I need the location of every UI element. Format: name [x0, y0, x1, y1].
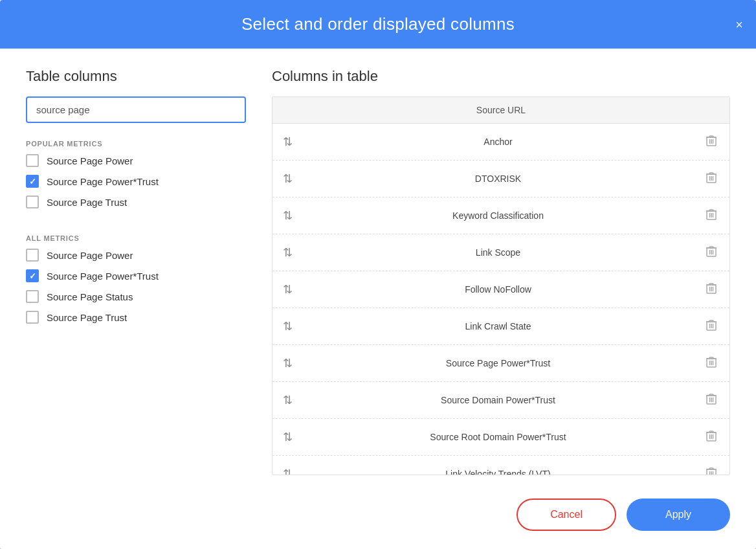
checkbox-pop-source-page-power-box[interactable]	[26, 154, 39, 167]
table-row[interactable]: ⇅ Source Domain Power*Trust	[272, 382, 729, 419]
checkbox-all-source-page-power-trust-label: Source Page Power*Trust	[47, 271, 159, 282]
table-row[interactable]: ⇅ Source Root Domain Power*Trust	[272, 419, 729, 456]
modal-title: Select and order displayed columns	[241, 14, 515, 34]
drag-handle-anchor[interactable]: ⇅	[283, 135, 293, 149]
delete-button-source-root-domain-power-trust[interactable]	[704, 427, 719, 447]
row-label-source-page-power-trust: Source Page Power*Trust	[303, 358, 693, 368]
table-header: Source URL	[272, 97, 729, 124]
modal-header: Select and order displayed columns ×	[0, 0, 756, 49]
modal: Select and order displayed columns × Tab…	[0, 0, 756, 549]
checkbox-pop-source-page-power[interactable]: Source Page Power	[26, 154, 246, 167]
delete-button-anchor[interactable]	[704, 132, 719, 151]
checkbox-all-source-page-status-box[interactable]	[26, 290, 39, 303]
close-button[interactable]: ×	[735, 18, 743, 31]
modal-body: Table columns POPULAR METRICS Source Pag…	[0, 49, 756, 488]
table-row[interactable]: ⇅ DTOXRISK	[272, 161, 729, 197]
checkbox-pop-source-page-power-trust-box[interactable]	[26, 175, 39, 188]
row-label-keyword-classification: Keyword Classification	[303, 210, 693, 221]
table-row[interactable]: ⇅ Link Velocity Trends (LVT)	[272, 456, 729, 475]
drag-handle-keyword-classification[interactable]: ⇅	[283, 208, 293, 223]
delete-button-source-domain-power-trust[interactable]	[704, 390, 719, 410]
drag-handle-link-scope[interactable]: ⇅	[283, 245, 293, 260]
right-panel-title: Columns in table	[272, 68, 730, 85]
table-row[interactable]: ⇅ Anchor	[272, 124, 729, 161]
row-label-link-scope: Link Scope	[303, 247, 693, 258]
left-panel: Table columns POPULAR METRICS Source Pag…	[26, 68, 246, 475]
row-label-link-crawl-state: Link Crawl State	[303, 321, 693, 331]
checkbox-pop-source-page-trust[interactable]: Source Page Trust	[26, 196, 246, 208]
left-panel-title: Table columns	[26, 68, 246, 85]
checkbox-all-source-page-power-label: Source Page Power	[47, 250, 133, 261]
checkbox-all-source-page-trust[interactable]: Source Page Trust	[26, 311, 246, 324]
checkbox-all-source-page-power-trust-box[interactable]	[26, 269, 39, 282]
table-row[interactable]: ⇅ Source Page Power*Trust	[272, 345, 729, 382]
delete-button-link-crawl-state[interactable]	[704, 317, 719, 336]
delete-button-keyword-classification[interactable]	[704, 206, 719, 225]
table-row[interactable]: ⇅ Link Scope	[272, 234, 729, 271]
row-label-anchor: Anchor	[303, 137, 693, 147]
drag-handle-source-domain-power-trust[interactable]: ⇅	[283, 393, 293, 407]
table-row[interactable]: ⇅ Keyword Classification	[272, 197, 729, 234]
all-metrics-label: ALL METRICS	[26, 234, 246, 242]
drag-handle-source-root-domain-power-trust[interactable]: ⇅	[283, 430, 293, 444]
search-input[interactable]	[26, 96, 246, 123]
cancel-button[interactable]: Cancel	[517, 499, 616, 531]
checkbox-pop-source-page-trust-box[interactable]	[26, 196, 39, 208]
table-scroll[interactable]: ⇅ Anchor	[272, 124, 729, 475]
checkbox-all-source-page-status-label: Source Page Status	[47, 291, 133, 302]
row-label-follow-nofollow: Follow NoFollow	[303, 284, 693, 295]
drag-handle-link-crawl-state[interactable]: ⇅	[283, 319, 293, 333]
checkbox-pop-source-page-trust-label: Source Page Trust	[47, 197, 127, 208]
checkbox-all-source-page-power-trust[interactable]: Source Page Power*Trust	[26, 269, 246, 282]
delete-button-follow-nofollow[interactable]	[704, 280, 719, 299]
columns-table: Source URL ⇅ Anchor	[272, 96, 730, 475]
row-label-dtoxrisk: DTOXRISK	[303, 174, 693, 184]
checkbox-all-source-page-status[interactable]: Source Page Status	[26, 290, 246, 303]
popular-metrics-label: POPULAR METRICS	[26, 140, 246, 148]
checkbox-pop-source-page-power-trust[interactable]: Source Page Power*Trust	[26, 175, 246, 188]
drag-handle-follow-nofollow[interactable]: ⇅	[283, 282, 293, 297]
checkbox-all-source-page-trust-box[interactable]	[26, 311, 39, 324]
row-label-source-root-domain-power-trust: Source Root Domain Power*Trust	[303, 432, 693, 442]
delete-button-link-scope[interactable]	[704, 243, 719, 262]
table-row[interactable]: ⇅ Link Crawl State	[272, 308, 729, 345]
delete-button-source-page-power-trust[interactable]	[704, 353, 719, 373]
row-label-link-velocity-trends: Link Velocity Trends (LVT)	[303, 469, 693, 475]
checkbox-all-source-page-power-box[interactable]	[26, 249, 39, 262]
drag-handle-dtoxrisk[interactable]: ⇅	[283, 172, 293, 186]
checkbox-all-source-page-power[interactable]: Source Page Power	[26, 249, 246, 262]
delete-button-link-velocity-trends[interactable]	[704, 464, 719, 475]
row-label-source-domain-power-trust: Source Domain Power*Trust	[303, 395, 693, 405]
apply-button[interactable]: Apply	[627, 499, 730, 531]
drag-handle-source-page-power-trust[interactable]: ⇅	[283, 356, 293, 370]
drag-handle-link-velocity-trends[interactable]: ⇅	[283, 467, 293, 475]
modal-footer: Cancel Apply	[0, 488, 756, 549]
table-row[interactable]: ⇅ Follow NoFollow	[272, 271, 729, 308]
checkbox-pop-source-page-power-trust-label: Source Page Power*Trust	[47, 176, 159, 187]
right-panel: Columns in table Source URL ⇅ Anchor	[272, 68, 730, 475]
checkbox-pop-source-page-power-label: Source Page Power	[47, 155, 133, 166]
checkbox-all-source-page-trust-label: Source Page Trust	[47, 312, 127, 323]
delete-button-dtoxrisk[interactable]	[704, 169, 719, 188]
